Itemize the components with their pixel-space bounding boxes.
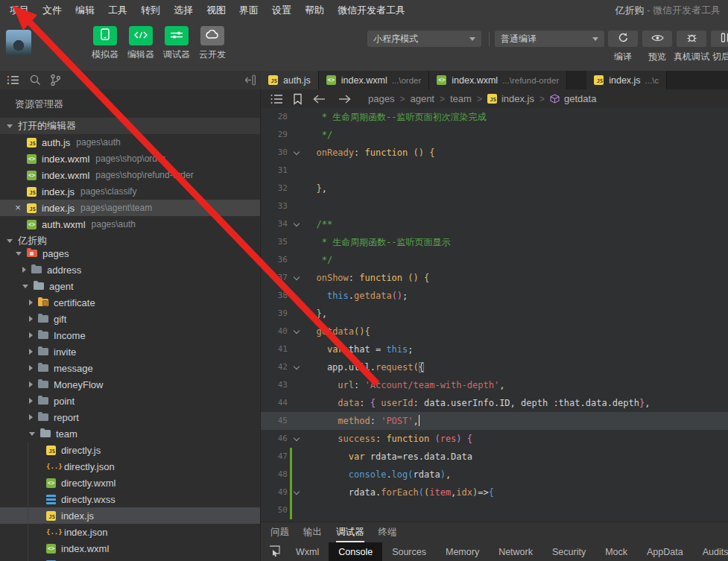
open-editor-row[interactable]: <>index.wxmlpages\shop\refund-order	[0, 167, 261, 183]
tree-row[interactable]: team	[0, 425, 261, 442]
editor-tab[interactable]: JSauth.js	[261, 71, 319, 89]
code-line[interactable]: 46 success: function (res) {	[261, 430, 728, 448]
breadcrumb-item[interactable]: agent	[410, 93, 434, 104]
devtools-tab[interactable]: AppData	[637, 542, 693, 561]
devtools-tab[interactable]: Mock	[595, 542, 637, 561]
menu-item[interactable]: 工具	[101, 0, 134, 20]
panel-tab[interactable]: 问题	[270, 522, 289, 542]
menu-item[interactable]: 编辑	[69, 0, 101, 20]
bookmark-icon[interactable]	[293, 93, 303, 105]
tree-row[interactable]: JSdirectly.js	[0, 442, 261, 458]
code-line[interactable]: 39 },	[261, 305, 728, 323]
tree-row[interactable]: <>directly.wxml	[0, 475, 261, 491]
mode-select[interactable]: 小程序模式	[367, 31, 481, 47]
tree-row[interactable]: directly.wxss	[0, 491, 261, 507]
tree-row[interactable]: invite	[0, 343, 261, 360]
user-avatar[interactable]	[6, 30, 31, 55]
open-editor-row[interactable]: ×JSindex.jspages\agent\team	[0, 200, 261, 216]
code-editor[interactable]: 28 * 生命周期函数--监听页面初次渲染完成29 */30 onReady: …	[261, 108, 728, 522]
code-line[interactable]: 37 onShow: function () {	[261, 269, 728, 287]
tree-row[interactable]: JSindex.js	[0, 507, 261, 524]
tree-row[interactable]: address	[0, 262, 261, 278]
tree-row[interactable]: MoneyFlow	[0, 376, 261, 393]
editor-tab[interactable]: <>index.wxml...\order	[319, 71, 429, 89]
menu-item[interactable]: 帮助	[298, 0, 331, 20]
tree-row[interactable]: {..}index.json	[0, 524, 261, 540]
fold-chevron-icon[interactable]	[294, 435, 300, 441]
editor-tab[interactable]: JSindex.js...\c	[586, 71, 667, 89]
compile-select[interactable]: 普通编译	[495, 31, 604, 47]
close-icon[interactable]: ×	[13, 203, 23, 213]
menu-item[interactable]: 微信开发者工具	[331, 0, 412, 20]
outline-icon[interactable]	[270, 93, 283, 105]
code-line[interactable]: 31	[261, 162, 728, 180]
code-line[interactable]: 30 onReady: function () {	[261, 144, 728, 162]
open-editor-row[interactable]: <>auth.wxmlpages\auth	[0, 216, 261, 232]
breadcrumb-item[interactable]: pages	[368, 93, 394, 104]
devtools-tab[interactable]: Network	[489, 542, 542, 561]
panel-tab[interactable]: 输出	[303, 522, 322, 542]
tree-row[interactable]: report	[0, 409, 261, 425]
tree-row[interactable]: agent	[0, 278, 261, 294]
devtools-tab[interactable]: Security	[542, 542, 595, 561]
sliders-button[interactable]	[165, 26, 189, 45]
refresh-button[interactable]	[608, 31, 638, 47]
breadcrumb-symbol[interactable]: getdata	[564, 93, 596, 104]
inspect-element-icon[interactable]	[268, 545, 282, 560]
code-line[interactable]: 34 /**	[261, 215, 728, 233]
code-line[interactable]: 43 url: 'Account/team-with-depth',	[261, 376, 728, 394]
eye-button[interactable]	[642, 31, 672, 47]
fold-chevron-icon[interactable]	[294, 364, 300, 370]
code-line[interactable]: 47 var rdata=res.data.Data	[261, 448, 728, 466]
code-line[interactable]: 45 method: 'POST',	[261, 412, 728, 430]
search-icon[interactable]	[29, 74, 42, 89]
editor-tab[interactable]: <>index.wxml...\refund-order	[429, 71, 567, 89]
collapse-sidebar-icon[interactable]	[245, 74, 259, 89]
open-editor-row[interactable]: JSindex.jspages\classify	[0, 183, 261, 200]
code-line[interactable]: 50	[261, 501, 728, 519]
devtools-tab[interactable]: Memory	[436, 542, 489, 561]
fold-chevron-icon[interactable]	[294, 489, 300, 495]
menu-item[interactable]: 选择	[167, 0, 200, 20]
forward-icon[interactable]	[337, 94, 352, 104]
git-branch-icon[interactable]	[49, 74, 62, 89]
background-button[interactable]	[711, 31, 728, 47]
tree-row[interactable]: certificate	[0, 294, 261, 311]
panel-tab[interactable]: 调试器	[336, 522, 364, 542]
menu-item[interactable]: 界面	[232, 0, 265, 20]
breadcrumb-item[interactable]: team	[450, 93, 472, 104]
menu-item[interactable]: 视图	[200, 0, 232, 20]
menu-item[interactable]: 项目	[3, 0, 36, 20]
bug-button[interactable]	[677, 31, 706, 47]
tree-row[interactable]: point	[0, 393, 261, 409]
back-icon[interactable]	[312, 94, 327, 104]
tree-row[interactable]: index.wxss	[0, 557, 261, 561]
code-line[interactable]: 29 */	[261, 126, 728, 144]
code-line[interactable]: 44 data: { userId: data.userInfo.ID, dep…	[261, 394, 728, 412]
open-editors-header[interactable]: 打开的编辑器	[0, 118, 261, 134]
menu-item[interactable]: 设置	[265, 0, 298, 20]
breadcrumb-file[interactable]: index.js	[501, 93, 534, 104]
tree-row[interactable]: Income	[0, 327, 261, 343]
menu-item[interactable]: 文件	[36, 0, 69, 20]
devtools-tab[interactable]: Sources	[382, 542, 436, 561]
code-line[interactable]: 42 app.util.request({	[261, 358, 728, 376]
code-line[interactable]: 41 var that = this;	[261, 340, 728, 358]
tree-row[interactable]: <>index.wxml	[0, 540, 261, 557]
code-line[interactable]: 36 */	[261, 251, 728, 269]
menu-item[interactable]: 转到	[134, 0, 167, 20]
tree-row[interactable]: pages	[0, 245, 261, 262]
phone-button[interactable]	[93, 26, 117, 45]
code-line[interactable]: 49 rdata.forEach((item,idx)=>{	[261, 484, 728, 501]
open-editor-row[interactable]: JSauth.jspages\auth	[0, 134, 261, 150]
code-line[interactable]: 38 this.getdata();	[261, 287, 728, 305]
cloud-button[interactable]	[200, 26, 224, 45]
code-line[interactable]: 48 console.log(rdata),	[261, 466, 728, 484]
code-line[interactable]: 40 getdata(){	[261, 323, 728, 340]
fold-chevron-icon[interactable]	[294, 274, 300, 280]
fold-chevron-icon[interactable]	[294, 149, 300, 155]
code-line[interactable]: 35 * 生命周期函数--监听页面显示	[261, 233, 728, 251]
panel-tab[interactable]: 终端	[379, 522, 397, 542]
code-line[interactable]: 33	[261, 197, 728, 215]
tree-row[interactable]: {..}directly.json	[0, 458, 261, 475]
